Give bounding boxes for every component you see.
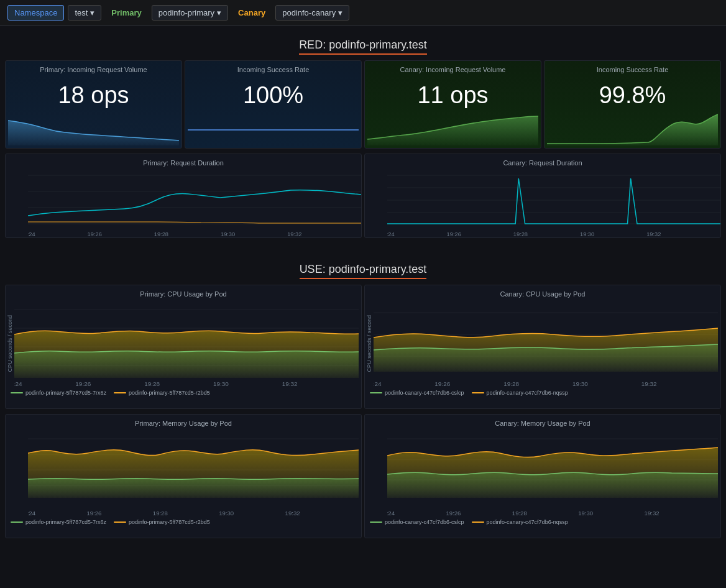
canary-cpu-y-label: CPU seconds / second bbox=[365, 315, 374, 372]
can-mem-legend-0: podinfo-canary-c47cf7db6-cslcp bbox=[370, 519, 464, 525]
svg-text:19:26: 19:26 bbox=[447, 231, 461, 237]
primary-req-duration-panel: Primary: Request Duration 60 ms 40 ms 20… bbox=[5, 154, 362, 238]
svg-text:19:24: 19:24 bbox=[387, 231, 395, 237]
stat-panels-row: Primary: Incoming Request Volume 18 ops … bbox=[0, 58, 726, 151]
svg-text:19:28: 19:28 bbox=[513, 231, 528, 237]
primary-mem-legend: podinfo-primary-5ff787cd5-7rx6z podinfo-… bbox=[6, 517, 361, 529]
svg-text:19:32: 19:32 bbox=[645, 510, 659, 517]
svg-text:19:30: 19:30 bbox=[578, 510, 593, 517]
primary-success-rate-panel: Incoming Success Rate 100% bbox=[185, 60, 362, 149]
svg-text:19:32: 19:32 bbox=[285, 510, 300, 517]
canary-cpu-legend: podinfo-canary-c47cf7db6-cslcp podinfo-c… bbox=[365, 387, 720, 400]
canary-mem-legend: podinfo-canary-c47cf7db6-cslcp podinfo-c… bbox=[365, 517, 720, 529]
canary-success-rate-value: 99.8% bbox=[599, 76, 666, 111]
canary-success-rate-chart bbox=[544, 111, 720, 148]
canary-success-rate-panel: Incoming Success Rate 99.8% bbox=[544, 60, 721, 149]
svg-text:19:30: 19:30 bbox=[219, 510, 234, 517]
canary-cpu-chart-area: CPU seconds / second bbox=[365, 300, 720, 387]
prim-mem-legend-1: podinfo-primary-5ff787cd5-r2bd5 bbox=[114, 519, 210, 525]
canary-legend-item-1: podinfo-canary-c47cf7db6-nqssp bbox=[472, 390, 568, 396]
primary-success-rate-title: Incoming Success Rate bbox=[232, 61, 315, 76]
can-mem-legend-1: podinfo-canary-c47cf7db6-nqssp bbox=[472, 519, 568, 525]
legend-color-0 bbox=[11, 392, 23, 393]
svg-text:19:26: 19:26 bbox=[434, 380, 450, 387]
legend-item-0: podinfo-primary-5ff787cd5-7rx6z bbox=[11, 390, 106, 396]
primary-label: Primary bbox=[105, 6, 147, 20]
canary-legend-color-1 bbox=[472, 392, 484, 393]
namespace-button[interactable]: Namespace bbox=[7, 5, 64, 21]
primary-req-duration-title: Primary: Request Duration bbox=[6, 154, 361, 169]
canary-duration-chart-area: 2.0 s 1.5 s 1.0 s 500 ms 0 ns 19:24 19:2… bbox=[365, 169, 720, 237]
canary-mem-chart-area: 38 MiB 29 MiB 19 MiB 10 MiB 19:24 19:26 … bbox=[365, 430, 720, 517]
svg-text:19:30: 19:30 bbox=[572, 380, 588, 387]
podinfo-canary-dropdown[interactable]: podinfo-canary ▾ bbox=[275, 5, 349, 21]
primary-mem-title: Primary: Memory Usage by Pod bbox=[6, 415, 361, 430]
canary-req-vol-chart bbox=[365, 111, 541, 148]
canary-mem-title: Canary: Memory Usage by Pod bbox=[365, 415, 720, 430]
svg-text:19:26: 19:26 bbox=[88, 231, 102, 237]
canary-label: Canary bbox=[232, 6, 272, 20]
mem-panels-row: Primary: Memory Usage by Pod 2 bbox=[0, 411, 726, 541]
svg-text:19:32: 19:32 bbox=[282, 380, 298, 387]
svg-text:19:32: 19:32 bbox=[641, 380, 657, 387]
svg-text:19:28: 19:28 bbox=[503, 380, 519, 387]
canary-success-rate-title: Incoming Success Rate bbox=[592, 61, 674, 76]
canary-cpu-title: Canary: CPU Usage by Pod bbox=[365, 285, 720, 300]
use-section-title: USE: podinfo-primary.test bbox=[0, 250, 726, 282]
canary-req-vol-panel: Canary: Incoming Request Volume 11 ops bbox=[364, 60, 541, 149]
svg-text:19:26: 19:26 bbox=[86, 510, 101, 517]
canary-req-vol-title: Canary: Incoming Request Volume bbox=[395, 61, 511, 76]
svg-text:19:32: 19:32 bbox=[646, 231, 661, 237]
primary-req-vol-value: 18 ops bbox=[58, 76, 129, 111]
primary-cpu-legend: podinfo-primary-5ff787cd5-7rx6z podinfo-… bbox=[6, 387, 361, 400]
svg-text:19:26: 19:26 bbox=[75, 380, 91, 387]
svg-text:19:24: 19:24 bbox=[28, 231, 35, 237]
svg-text:19:24: 19:24 bbox=[387, 510, 395, 517]
primary-req-vol-panel: Primary: Incoming Request Volume 18 ops bbox=[5, 60, 182, 149]
primary-success-rate-chart bbox=[185, 111, 361, 148]
svg-text:19:24: 19:24 bbox=[374, 380, 381, 387]
svg-text:19:30: 19:30 bbox=[221, 231, 235, 237]
canary-legend-item-0: podinfo-canary-c47cf7db6-cslcp bbox=[370, 390, 464, 396]
primary-req-vol-title: Primary: Incoming Request Volume bbox=[35, 61, 152, 76]
primary-mem-chart-area: 29 MiB 24 MiB 19 MiB 14 MiB 10 MiB 19:24… bbox=[6, 430, 361, 517]
canary-req-duration-title: Canary: Request Duration bbox=[365, 154, 720, 169]
top-nav: Namespace test ▾ Primary podinfo-primary… bbox=[0, 0, 726, 26]
canary-req-duration-panel: Canary: Request Duration 2.0 s 1.5 s 1.0… bbox=[364, 154, 721, 238]
test-dropdown[interactable]: test ▾ bbox=[68, 5, 101, 21]
legend-color-1 bbox=[114, 392, 126, 393]
primary-duration-chart-area: 60 ms 40 ms 20 ms 0 ns 19:24 19:26 19:28 bbox=[6, 169, 361, 237]
primary-mem-panel: Primary: Memory Usage by Pod 2 bbox=[5, 414, 362, 538]
svg-text:19:26: 19:26 bbox=[446, 510, 461, 517]
svg-text:19:28: 19:28 bbox=[153, 510, 168, 517]
canary-mem-panel: Canary: Memory Usage by Pod 38 MiB bbox=[364, 414, 721, 538]
canary-req-vol-value: 11 ops bbox=[417, 76, 488, 111]
primary-success-rate-value: 100% bbox=[243, 76, 303, 111]
duration-panels-row: Primary: Request Duration 60 ms 40 ms 20… bbox=[0, 151, 726, 241]
red-section-title: RED: podinfo-primary.test bbox=[0, 26, 726, 58]
podinfo-primary-dropdown[interactable]: podinfo-primary ▾ bbox=[152, 5, 228, 21]
canary-legend-color-0 bbox=[370, 392, 382, 393]
svg-text:19:30: 19:30 bbox=[580, 231, 594, 237]
svg-text:19:24: 19:24 bbox=[28, 510, 35, 517]
primary-cpu-y-label: CPU seconds / second bbox=[6, 315, 14, 372]
svg-text:19:32: 19:32 bbox=[287, 231, 301, 237]
primary-cpu-panel: Primary: CPU Usage by Pod CPU seconds / … bbox=[5, 285, 362, 409]
primary-cpu-chart-area: CPU seconds / second bbox=[6, 300, 361, 387]
svg-text:19:24: 19:24 bbox=[14, 380, 22, 387]
primary-req-vol-chart bbox=[6, 111, 182, 148]
prim-mem-legend-0: podinfo-primary-5ff787cd5-7rx6z bbox=[11, 519, 106, 525]
svg-text:19:28: 19:28 bbox=[144, 380, 160, 387]
svg-text:19:30: 19:30 bbox=[213, 380, 229, 387]
canary-cpu-panel: Canary: CPU Usage by Pod CPU seconds / s… bbox=[364, 285, 721, 409]
cpu-panels-row: Primary: CPU Usage by Pod CPU seconds / … bbox=[0, 282, 726, 411]
svg-text:19:28: 19:28 bbox=[512, 510, 527, 517]
svg-text:19:28: 19:28 bbox=[154, 231, 168, 237]
legend-item-1: podinfo-primary-5ff787cd5-r2bd5 bbox=[114, 390, 210, 396]
primary-cpu-title: Primary: CPU Usage by Pod bbox=[6, 285, 361, 300]
